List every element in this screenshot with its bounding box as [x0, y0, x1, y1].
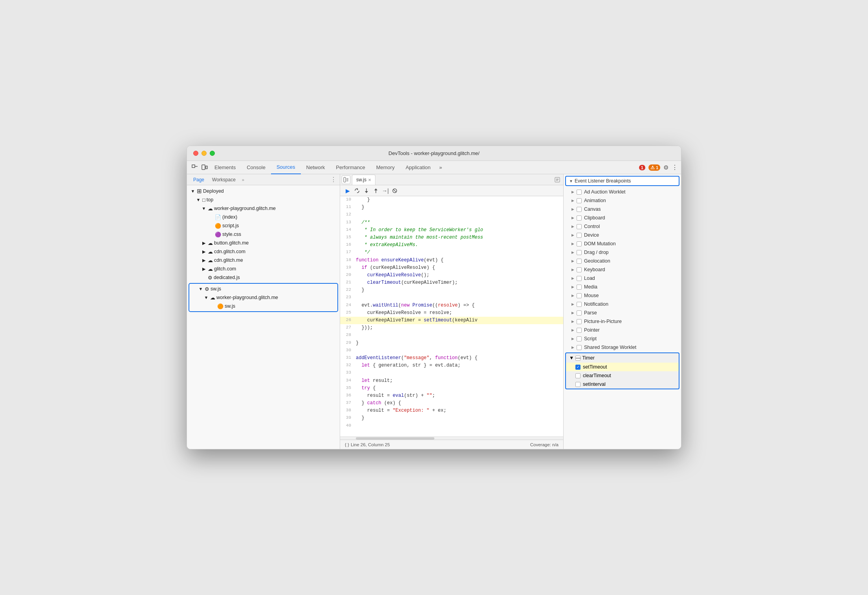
settimeout-checkbox[interactable]: ✓: [575, 365, 580, 370]
tree-item-worker-playground-sub[interactable]: ▼ ☁ worker-playground.glitch.me: [189, 293, 337, 302]
tree-item-cdn-glitch-me[interactable]: ▶ ☁ cdn.glitch.me: [187, 256, 340, 265]
tree-item-glitch-com[interactable]: ▶ ☁ glitch.com: [187, 265, 340, 273]
tree-item-worker-playground[interactable]: ▼ ☁ worker-playground.glitch.me: [187, 204, 340, 213]
bp-item-parse[interactable]: ▶ Parse: [564, 308, 681, 317]
gear-file-icon: ⚙: [208, 275, 212, 281]
workspace-tab[interactable]: Workspace: [209, 177, 239, 183]
bp-item-script[interactable]: ▶ Script: [564, 334, 681, 343]
code-line-17: 17 */: [340, 249, 563, 256]
more-tabs-icon[interactable]: »: [240, 177, 246, 182]
more-tabs-button[interactable]: »: [436, 161, 445, 174]
bp-item-device[interactable]: ▶ Device: [564, 231, 681, 239]
bp-checkbox[interactable]: [577, 310, 582, 316]
bp-item-mouse[interactable]: ▶ Mouse: [564, 291, 681, 300]
bp-checkbox[interactable]: [577, 224, 582, 229]
horizontal-scrollbar[interactable]: [340, 436, 563, 440]
bp-checkbox[interactable]: [577, 233, 582, 238]
bp-checkbox[interactable]: [577, 293, 582, 298]
bp-checkbox[interactable]: [577, 345, 582, 350]
settings-icon[interactable]: ⚙: [663, 164, 668, 171]
bp-item-notification[interactable]: ▶ Notification: [564, 300, 681, 308]
bp-item-load[interactable]: ▶ Load: [564, 274, 681, 283]
bp-subitem-settimeout[interactable]: ✓ setTimeout: [566, 363, 679, 371]
bp-item-drag-drop[interactable]: ▶ Drag / drop: [564, 248, 681, 257]
bp-checkbox[interactable]: [577, 207, 582, 212]
tree-item-style-css[interactable]: 🟣 style.css: [187, 230, 340, 239]
step-out-button[interactable]: [372, 186, 380, 195]
resume-button[interactable]: ▶: [343, 186, 352, 195]
device-toggle-icon[interactable]: [200, 163, 209, 172]
tree-item-dedicated-js[interactable]: ⚙ dedicated.js: [187, 273, 340, 282]
tree-item-cdn-glitch-com[interactable]: ▶ ☁ cdn.glitch.com: [187, 247, 340, 256]
bp-checkbox[interactable]: [577, 267, 582, 272]
tree-item-script-js[interactable]: 🟠 script.js: [187, 221, 340, 230]
tab-sources[interactable]: Sources: [271, 161, 301, 174]
close-tab-icon[interactable]: ✕: [368, 178, 371, 182]
bp-item-animation[interactable]: ▶ Animation: [564, 196, 681, 205]
step-into-button[interactable]: [362, 186, 371, 195]
bp-item-media[interactable]: ▶ Media: [564, 283, 681, 291]
tab-performance[interactable]: Performance: [330, 161, 370, 174]
swjs-tab[interactable]: sw.js ✕: [352, 175, 375, 185]
bp-checkbox[interactable]: [577, 198, 582, 203]
code-line-34: 34 let result;: [340, 377, 563, 385]
bp-item-control[interactable]: ▶ Control: [564, 222, 681, 231]
tab-network[interactable]: Network: [301, 161, 331, 174]
bp-item-geolocation[interactable]: ▶ Geolocation: [564, 257, 681, 265]
close-button[interactable]: [193, 151, 198, 156]
bp-item-picture-in-picture[interactable]: ▶ Picture-in-Picture: [564, 317, 681, 326]
bp-checkbox[interactable]: [577, 241, 582, 246]
bp-checkbox[interactable]: [577, 328, 582, 333]
file-panel-menu-icon[interactable]: ⋮: [330, 176, 337, 183]
deactivate-breakpoints-button[interactable]: [390, 186, 399, 195]
tree-item-index[interactable]: 📄 (index): [187, 213, 340, 221]
format-icon[interactable]: [553, 175, 562, 184]
bp-item-keyboard[interactable]: ▶ Keyboard: [564, 265, 681, 274]
tab-console[interactable]: Console: [241, 161, 271, 174]
cleartimeout-checkbox[interactable]: [575, 373, 580, 378]
tree-item-button-glitch[interactable]: ▶ ☁ button.glitch.me: [187, 239, 340, 247]
bp-item-clipboard[interactable]: ▶ Clipboard: [564, 214, 681, 222]
scrollbar-thumb[interactable]: [356, 437, 434, 440]
bp-checkbox[interactable]: [577, 259, 582, 264]
bp-checkbox[interactable]: [577, 250, 582, 255]
bp-item-ad-auction[interactable]: ▶ Ad Auction Worklet: [564, 188, 681, 196]
tab-memory[interactable]: Memory: [371, 161, 400, 174]
tree-label: button.glitch.me: [214, 240, 249, 246]
bp-item-shared-storage[interactable]: ▶ Shared Storage Worklet: [564, 343, 681, 352]
bp-item-dom-mutation[interactable]: ▶ DOM Mutation: [564, 239, 681, 248]
bp-subitem-cleartimeout[interactable]: clearTimeout: [566, 371, 679, 380]
minimize-button[interactable]: [201, 151, 207, 156]
maximize-button[interactable]: [210, 151, 215, 156]
bp-subitem-setinterval[interactable]: setInterval: [566, 380, 679, 389]
code-content[interactable]: 10 } 11 } 12 13 /** 14 *: [340, 196, 563, 436]
bp-item-canvas[interactable]: ▶ Canvas: [564, 205, 681, 214]
bp-checkbox[interactable]: [577, 336, 582, 341]
tab-application[interactable]: Application: [400, 161, 436, 174]
tree-item-swjs-folder[interactable]: ▼ ⚙ sw.js: [189, 285, 337, 293]
page-tab[interactable]: Page: [190, 177, 207, 183]
format-button[interactable]: { }: [345, 442, 349, 447]
tree-item-top[interactable]: ▼ □ top: [187, 195, 340, 204]
event-listener-breakpoints-header[interactable]: ▼ Event Listener Breakpoints: [565, 176, 679, 186]
bp-item-pointer[interactable]: ▶ Pointer: [564, 326, 681, 334]
bp-checkbox[interactable]: [577, 215, 582, 221]
step-button[interactable]: →|: [381, 186, 390, 195]
file-tree-toggle-icon[interactable]: [342, 175, 350, 184]
timer-section-checkbox[interactable]: —: [575, 356, 580, 361]
more-options-button[interactable]: ⋮: [672, 164, 678, 171]
setinterval-checkbox[interactable]: [575, 382, 580, 387]
step-over-button[interactable]: [353, 186, 361, 195]
tab-elements[interactable]: Elements: [209, 161, 241, 174]
tree-item-swjs-file[interactable]: 🟠 sw.js: [189, 302, 337, 310]
bp-checkbox[interactable]: [577, 302, 582, 307]
devtools-window: DevTools - worker-playground.glitch.me/ …: [187, 146, 681, 449]
tree-item-deployed[interactable]: ▼ ⊞ Deployed: [187, 187, 340, 195]
arrow-right-icon: ▶: [201, 258, 207, 263]
bp-checkbox[interactable]: [577, 276, 582, 281]
bp-checkbox[interactable]: [577, 319, 582, 324]
timer-section-header[interactable]: ▼ — Timer: [566, 353, 679, 363]
bp-checkbox[interactable]: [577, 190, 582, 195]
bp-checkbox[interactable]: [577, 285, 582, 290]
inspect-element-icon[interactable]: [190, 163, 200, 172]
